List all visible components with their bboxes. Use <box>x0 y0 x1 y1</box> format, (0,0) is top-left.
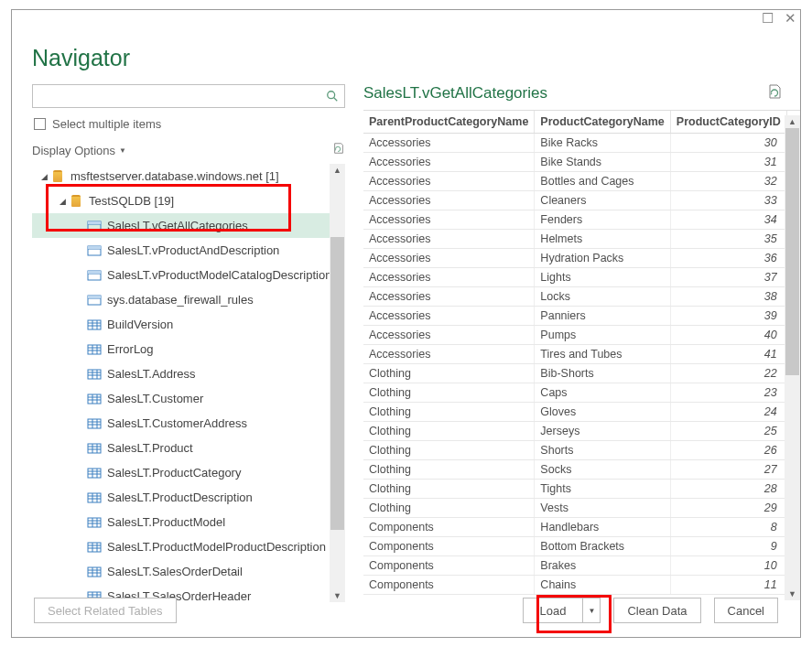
tree-item[interactable]: SalesLT.ProductModelProductDescription <box>32 534 345 559</box>
table-cell: Bottom Brackets <box>535 536 670 555</box>
table-cell: Components <box>363 536 535 555</box>
tree-item-label: BuildVersion <box>107 318 173 331</box>
table-icon <box>87 318 102 332</box>
scroll-thumb[interactable] <box>330 237 344 530</box>
table-row[interactable]: AccessoriesLights37 <box>363 267 786 286</box>
svg-rect-29 <box>88 394 101 404</box>
table-row[interactable]: AccessoriesTires and Tubes41 <box>363 344 786 363</box>
tree-item[interactable]: SalesLT.Address <box>32 361 345 386</box>
table-row[interactable]: AccessoriesBike Racks30 <box>363 133 786 152</box>
table-row[interactable]: ComponentsBrakes10 <box>363 555 786 575</box>
table-row[interactable]: ClothingBib-Shorts22 <box>363 363 786 383</box>
column-header[interactable]: ParentProductCategoryName <box>363 111 535 133</box>
view-icon <box>87 268 102 283</box>
tree-item[interactable]: BuildVersion <box>32 312 345 337</box>
table-row[interactable]: ClothingVests29 <box>363 498 786 517</box>
search-input[interactable] <box>32 84 345 108</box>
svg-rect-4 <box>88 221 101 224</box>
table-cell: 24 <box>670 402 786 421</box>
table-cell: Lights <box>535 267 670 286</box>
refresh-tree-button[interactable] <box>332 142 345 158</box>
tree-item-label: ErrorLog <box>107 342 154 356</box>
table-cell: Jerseys <box>535 421 670 440</box>
table-cell: Clothing <box>363 459 535 479</box>
table-row[interactable]: ClothingGloves24 <box>363 402 786 421</box>
tree-item-label: SalesLT.ProductDescription <box>107 491 253 504</box>
table-cell: Bike Stands <box>535 152 670 171</box>
tree-item[interactable]: SalesLT.ProductDescription <box>32 485 345 510</box>
tree-item[interactable]: SalesLT.SalesOrderDetail <box>32 559 345 584</box>
table-row[interactable]: ComponentsBottom Brackets9 <box>363 536 786 555</box>
select-related-tables-button[interactable]: Select Related Tables <box>34 598 177 623</box>
scroll-thumb[interactable] <box>785 128 799 375</box>
table-row[interactable]: AccessoriesBike Stands31 <box>363 152 786 171</box>
table-row[interactable]: AccessoriesHydration Packs36 <box>363 248 786 267</box>
tree-item[interactable]: SalesLT.Product <box>32 436 345 460</box>
table-row[interactable]: ClothingTights28 <box>363 479 786 498</box>
tree-item[interactable]: ErrorLog <box>32 337 345 361</box>
table-cell: 38 <box>670 286 786 306</box>
column-header[interactable]: ProductCategoryID <box>670 111 786 133</box>
clean-data-button[interactable]: Clean Data <box>613 598 700 623</box>
tree-item-label: SalesLT.vGetAllCategories <box>107 219 248 232</box>
table-cell: Tights <box>535 479 670 498</box>
display-options-dropdown[interactable]: Display Options ▼ <box>32 144 126 157</box>
table-row[interactable]: ClothingJerseys25 <box>363 421 786 440</box>
table-cell: Accessories <box>363 267 535 286</box>
table-row[interactable]: AccessoriesCleaners33 <box>363 190 786 210</box>
tree-item-label: SalesLT.vProductModelCatalogDescription <box>107 268 331 282</box>
table-cell: 23 <box>670 383 786 402</box>
table-cell: Accessories <box>363 133 535 152</box>
table-row[interactable]: AccessoriesLocks38 <box>363 286 786 306</box>
table-cell: 32 <box>670 171 786 190</box>
table-row[interactable]: AccessoriesBottles and Cages32 <box>363 171 786 190</box>
tree-database-node[interactable]: ◢ TestSQLDB [19] <box>32 189 345 213</box>
table-cell: Accessories <box>363 190 535 210</box>
table-cell: Accessories <box>363 344 535 363</box>
svg-rect-44 <box>88 469 101 478</box>
tree-item[interactable]: SalesLT.Customer <box>32 386 345 411</box>
table-cell: Tires and Tubes <box>535 344 670 363</box>
table-cell: Fenders <box>535 210 670 229</box>
tree-scrollbar[interactable]: ▲ ▼ <box>330 164 345 602</box>
column-header[interactable]: ProductCategoryName <box>535 111 670 133</box>
cancel-button[interactable]: Cancel <box>714 598 778 623</box>
svg-rect-34 <box>88 419 101 428</box>
close-icon[interactable]: ✕ <box>785 10 796 27</box>
tree-item[interactable]: SalesLT.vGetAllCategories <box>32 213 345 238</box>
tree-item[interactable]: sys.database_firewall_rules <box>32 287 345 312</box>
table-row[interactable]: AccessoriesHelmets35 <box>363 229 786 248</box>
table-row[interactable]: AccessoriesPumps40 <box>363 325 786 344</box>
load-button[interactable]: Load <box>523 598 583 623</box>
table-row[interactable]: ClothingSocks27 <box>363 459 786 479</box>
tree-item[interactable]: SalesLT.ProductCategory <box>32 460 345 485</box>
table-cell: Helmets <box>535 229 670 248</box>
select-multiple-checkbox[interactable]: Select multiple items <box>32 108 345 133</box>
svg-rect-64 <box>88 567 101 577</box>
database-server-icon <box>50 169 65 184</box>
table-row[interactable]: ComponentsHandlebars8 <box>363 517 786 536</box>
table-row[interactable]: AccessoriesFenders34 <box>363 210 786 229</box>
tree-server-node[interactable]: ◢ msftestserver.database.windows.net [1] <box>32 164 345 189</box>
dialog-title: Navigator <box>12 28 800 71</box>
tree-item[interactable]: SalesLT.ProductModel <box>32 510 345 534</box>
svg-rect-39 <box>88 444 101 453</box>
load-dropdown-button[interactable]: ▼ <box>582 598 601 623</box>
table-cell: Clothing <box>363 363 535 383</box>
tree-item-label: SalesLT.ProductModelProductDescription <box>107 540 326 554</box>
table-row[interactable]: ClothingCaps23 <box>363 383 786 402</box>
svg-rect-7 <box>88 246 101 249</box>
tree-item[interactable]: SalesLT.vProductAndDescription <box>32 238 345 263</box>
select-multiple-label: Select multiple items <box>52 117 161 131</box>
tree-item-label: SalesLT.Customer <box>107 392 203 405</box>
tree-item[interactable]: SalesLT.vProductModelCatalogDescription <box>32 263 345 287</box>
maximize-icon[interactable]: ☐ <box>762 10 774 27</box>
refresh-preview-button[interactable] <box>767 84 782 102</box>
preview-scrollbar[interactable]: ▲ ▼ <box>785 115 800 600</box>
load-split-button[interactable]: Load ▼ <box>523 598 601 623</box>
database-icon <box>69 194 83 209</box>
table-row[interactable]: ClothingShorts26 <box>363 440 786 459</box>
tree-item[interactable]: SalesLT.CustomerAddress <box>32 411 345 436</box>
table-row[interactable]: AccessoriesPanniers39 <box>363 306 786 325</box>
expand-icon: ◢ <box>60 197 69 206</box>
